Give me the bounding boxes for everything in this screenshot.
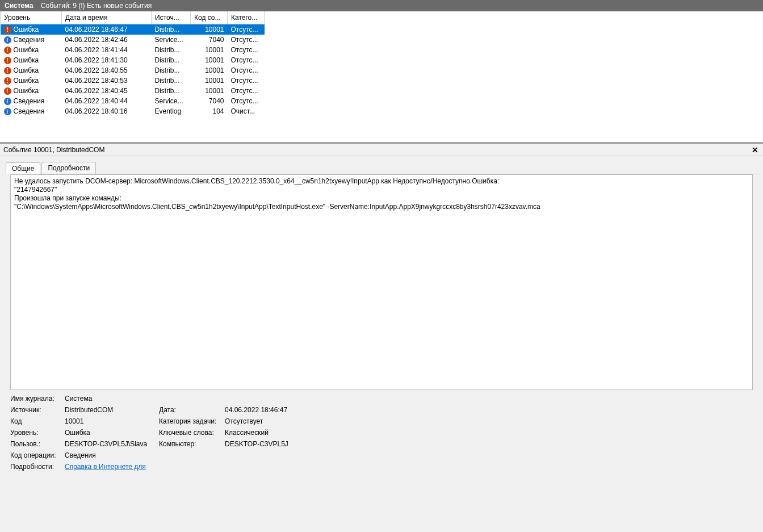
cell: Distrib... <box>152 76 191 86</box>
header-row: Уровень Дата и время Источ... Код со... … <box>1 11 265 24</box>
error-icon <box>4 57 11 64</box>
table-row[interactable]: Сведения04.06.2022 18:42:46Service...704… <box>1 35 265 45</box>
cell: 7040 <box>191 96 228 106</box>
tabs: Общие Подробности <box>6 160 757 174</box>
lbl-date: Дата: <box>159 406 221 414</box>
val-user: DESKTOP-C3VPL5J\Slava <box>65 440 156 448</box>
table-row[interactable]: Ошибка04.06.2022 18:41:30Distrib...10001… <box>1 55 265 65</box>
detail-pane: Событие 10001, DistributedCOM ✕ Общие По… <box>0 144 763 532</box>
col-code[interactable]: Код со... <box>191 11 228 24</box>
events-table: Уровень Дата и время Источ... Код со... … <box>0 11 265 116</box>
level-text: Ошибка <box>14 46 39 54</box>
cell: 04.06.2022 18:42:46 <box>62 35 152 45</box>
table-row[interactable]: Ошибка04.06.2022 18:41:44Distrib...10001… <box>1 45 265 55</box>
cell: 04.06.2022 18:46:47 <box>62 24 152 35</box>
cell: 04.06.2022 18:40:55 <box>62 65 152 76</box>
cell: Отсутс... <box>228 24 265 35</box>
val-computer: DESKTOP-C3VPL5J <box>225 440 395 448</box>
help-link[interactable]: Справка в Интернете для <box>65 463 146 471</box>
lbl-taskcat: Категория задачи: <box>159 417 221 425</box>
tab-details[interactable]: Подробности <box>41 162 96 174</box>
cell: Отсутс... <box>228 35 265 45</box>
val-keywords: Классический <box>225 429 395 437</box>
error-icon <box>4 87 11 95</box>
detail-header: Событие 10001, DistributedCOM ✕ <box>0 144 763 156</box>
cell: Distrib... <box>152 86 191 96</box>
titlebar-system: Система <box>5 2 33 10</box>
lbl-code: Код <box>10 417 61 425</box>
info-icon <box>4 36 11 44</box>
titlebar: Система Событий: 9 (!) Есть новые событи… <box>0 0 763 11</box>
titlebar-status: Событий: 9 (!) Есть новые события <box>41 2 152 10</box>
lbl-moreinfo: Подробности: <box>10 463 61 471</box>
lbl-user: Пользов.: <box>10 440 61 448</box>
level-text: Ошибка <box>14 87 39 95</box>
lbl-keywords: Ключевые слова: <box>159 429 221 437</box>
event-properties: Имя журнала: Система Источник: Distribut… <box>10 395 753 471</box>
error-icon <box>4 77 11 85</box>
col-level[interactable]: Уровень <box>1 11 62 24</box>
table-row[interactable]: Сведения04.06.2022 18:40:16Eventlog104Оч… <box>1 106 265 116</box>
cell: 04.06.2022 18:41:44 <box>62 45 152 55</box>
cell: 04.06.2022 18:40:45 <box>62 86 152 96</box>
lbl-level: Уровень: <box>10 429 61 437</box>
val-level: Ошибка <box>65 429 156 437</box>
cell: 7040 <box>191 35 228 45</box>
info-icon <box>4 108 11 115</box>
table-row[interactable]: Сведения04.06.2022 18:40:44Service...704… <box>1 96 265 106</box>
error-icon <box>4 67 11 74</box>
lbl-source: Источник: <box>10 406 61 414</box>
cell: 10001 <box>191 76 228 86</box>
cell: 10001 <box>191 24 228 35</box>
error-icon <box>4 47 11 54</box>
table-row[interactable]: Ошибка04.06.2022 18:40:55Distrib...10001… <box>1 65 265 76</box>
level-text: Ошибка <box>14 26 39 33</box>
level-text: Ошибка <box>14 56 39 64</box>
cell: 04.06.2022 18:40:16 <box>62 106 152 116</box>
val-date: 04.06.2022 18:46:47 <box>225 406 395 414</box>
cell: Service... <box>152 35 191 45</box>
lbl-computer: Компьютер: <box>159 440 221 448</box>
level-text: Сведения <box>14 36 45 44</box>
col-category[interactable]: Катего... <box>228 11 265 24</box>
table-row[interactable]: Ошибка04.06.2022 18:40:45Distrib...10001… <box>1 86 265 96</box>
val-code: 10001 <box>65 417 156 425</box>
table-row[interactable]: Ошибка04.06.2022 18:40:53Distrib...10001… <box>1 76 265 86</box>
cell: 10001 <box>191 65 228 76</box>
level-text: Сведения <box>14 107 45 115</box>
cell: 04.06.2022 18:41:30 <box>62 55 152 65</box>
cell: Отсутс... <box>228 86 265 96</box>
tab-general[interactable]: Общие <box>6 162 40 174</box>
cell: Очист... <box>228 106 265 116</box>
cell: 10001 <box>191 55 228 65</box>
lbl-logname: Имя журнала: <box>10 395 61 403</box>
col-source[interactable]: Источ... <box>152 11 191 24</box>
cell: Отсутс... <box>228 45 265 55</box>
cell: Distrib... <box>152 24 191 35</box>
cell: Отсутс... <box>228 55 265 65</box>
info-icon <box>4 98 11 105</box>
lbl-opcode: Код операции: <box>10 451 61 459</box>
table-row[interactable]: Ошибка04.06.2022 18:46:47Distrib...10001… <box>1 24 265 35</box>
cell: Eventlog <box>152 106 191 116</box>
cell: 04.06.2022 18:40:53 <box>62 76 152 86</box>
cell: Distrib... <box>152 55 191 65</box>
level-text: Сведения <box>14 97 45 105</box>
val-logname: Система <box>65 395 156 403</box>
event-message: Не удалось запустить DCOM-сервер: Micros… <box>10 174 753 390</box>
cell: Отсутс... <box>228 96 265 106</box>
val-opcode: Сведения <box>65 451 156 459</box>
detail-title: Событие 10001, DistributedCOM <box>3 146 104 154</box>
col-datetime[interactable]: Дата и время <box>62 11 152 24</box>
close-icon[interactable]: ✕ <box>749 146 761 154</box>
event-list-pane: Уровень Дата и время Источ... Код со... … <box>0 11 763 142</box>
cell: 104 <box>191 106 228 116</box>
cell: 10001 <box>191 86 228 96</box>
cell: Отсутс... <box>228 65 265 76</box>
val-taskcat: Отсутствует <box>225 417 395 425</box>
error-icon <box>4 26 11 33</box>
cell: 10001 <box>191 45 228 55</box>
cell: 04.06.2022 18:40:44 <box>62 96 152 106</box>
level-text: Ошибка <box>14 77 39 85</box>
cell: Distrib... <box>152 45 191 55</box>
